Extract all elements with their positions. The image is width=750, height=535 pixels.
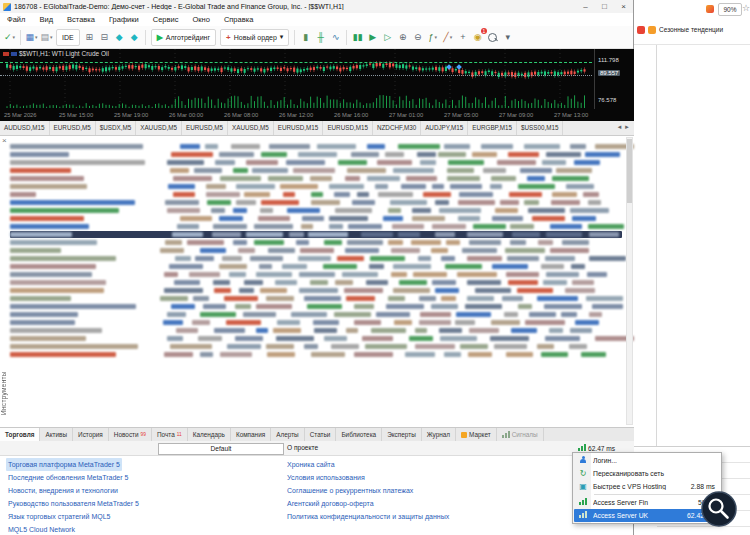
toolbox-tab[interactable]: Почта11 (152, 428, 188, 441)
chart-tab[interactable]: XAUUSD,M5 (228, 121, 274, 135)
seasonal-tendencies-label[interactable]: Сезонные тенденции (659, 26, 723, 33)
chart-shift-icon[interactable]: ▷ (381, 30, 394, 45)
toolbox-tab[interactable]: История (73, 428, 109, 441)
context-menu-item[interactable]: Логин... (574, 454, 720, 467)
extension-icon[interactable] (706, 5, 714, 13)
footer-link[interactable]: Последние обновления MetaTrader 5 (6, 471, 130, 484)
toolbox-tab[interactable]: Маркет (456, 428, 497, 441)
candlestick-chart[interactable] (0, 49, 595, 109)
chart-tab[interactable]: EURUSD,M5 (182, 121, 228, 135)
autoscroll-icon[interactable]: ▶ (366, 30, 379, 45)
new-chart-icon[interactable]: ▦▾ (25, 30, 38, 45)
footer-link[interactable]: Руководство пользователя MetaTrader 5 (6, 497, 141, 510)
algo-trading-button[interactable]: ▶Алготрейдинг (151, 29, 216, 46)
context-menu-item[interactable]: Access Server UK62.42 ms (574, 509, 720, 522)
new-order-button[interactable]: +Новый ордер▾ (220, 29, 289, 46)
more-tools-icon[interactable]: ▾ (501, 30, 514, 45)
context-menu-item[interactable]: ↻Пересканировать сеть (574, 467, 720, 480)
toolbox-panel-icon[interactable]: ◆ (128, 30, 141, 45)
chart-tab-scroll[interactable]: ◄ ► (614, 121, 632, 134)
context-menu-item[interactable]: Access Server Fin50.85 (574, 496, 720, 509)
footer-link[interactable]: MQL5 Cloud Network (6, 523, 77, 535)
minimize-button[interactable]: – (576, 1, 595, 13)
scroll-right-icon[interactable]: ► (624, 124, 630, 130)
footer-link[interactable]: Условия использования (285, 471, 367, 484)
candlestick-chart-icon[interactable]: ╫ (314, 30, 327, 45)
close-button[interactable]: × (614, 1, 633, 13)
alerts-icon[interactable]: ◉1 (471, 30, 484, 45)
scrollbar-thumb[interactable] (627, 139, 632, 203)
search-icon[interactable] (486, 30, 499, 45)
chart-tab[interactable]: EURUSD,M5 (50, 121, 96, 135)
ok-dropdown-icon[interactable]: ✓▾ (3, 30, 16, 45)
toolbox-tab[interactable]: Календарь (188, 428, 231, 441)
menu-item[interactable]: Сервис (146, 15, 186, 24)
time-axis[interactable]: 25 Mar 202625 Mar 15:0025 Mar 19:0026 Ma… (0, 110, 594, 121)
toolbox-tab[interactable]: Компания (231, 428, 271, 441)
signal-bars-icon (502, 431, 510, 438)
chart-tab[interactable]: $USS00,M15 (517, 121, 563, 135)
blurred-block (538, 240, 553, 245)
footer-link[interactable]: Агентский договор-оферта (285, 497, 376, 510)
line-chart-icon[interactable]: ∿ (329, 30, 342, 45)
menu-item[interactable]: Вставка (60, 15, 102, 24)
tile-windows-icon[interactable]: ⊞ (83, 30, 96, 45)
menu-item[interactable]: Графики (102, 15, 146, 24)
blurred-block (314, 328, 337, 333)
context-menu-item[interactable]: ▣Быстрее с VPS Hosting2.88 ms (574, 480, 720, 493)
toolbox-tab[interactable]: Сигналы (497, 428, 544, 441)
toolbox-tab[interactable]: Статьи (305, 428, 337, 441)
menu-item[interactable]: Окно (185, 15, 216, 24)
scroll-left-icon[interactable]: ◄ (616, 124, 622, 130)
zoom-out-icon[interactable]: ⊖ (411, 30, 424, 45)
chart-tab[interactable]: $USDX,M5 (96, 121, 137, 135)
panel-scrollbar[interactable] (626, 137, 633, 425)
panel-close-icon[interactable]: × (2, 137, 7, 145)
toolbox-tab[interactable]: Новости99 (109, 428, 152, 441)
star-icon[interactable]: ☆ (742, 3, 750, 13)
toolbox-tab[interactable]: Эксперты (382, 428, 422, 441)
cascade-windows-icon[interactable]: ⊟ (98, 30, 111, 45)
connection-status[interactable]: 62.47 ms (578, 444, 615, 452)
blurred-block (467, 296, 493, 301)
bar-chart-icon[interactable]: ▮ (299, 30, 312, 45)
zoom-in-icon[interactable]: ⊕ (396, 30, 409, 45)
toolbox-tab[interactable]: Библиотека (336, 428, 382, 441)
toolbox-tab[interactable]: Алерты (271, 428, 304, 441)
maximize-button[interactable]: □ (595, 1, 614, 13)
footer-link[interactable]: Хроника сайта (285, 458, 337, 471)
chart-tab[interactable]: EURGBP,M15 (468, 121, 517, 135)
toolbox-tab[interactable]: Журнал (422, 428, 456, 441)
toolbox-tab[interactable]: Активы (40, 428, 73, 441)
chart-tab[interactable]: EURUSD,M15 (323, 121, 373, 135)
blurred-block (167, 336, 183, 341)
blurred-block (544, 304, 581, 309)
objects-icon[interactable]: ╱▾ (441, 30, 454, 45)
toolbox-tab[interactable]: Торговля (0, 428, 40, 441)
zoom-level-badge[interactable]: 90% (718, 3, 742, 16)
footer-link[interactable]: Торговая платформа MetaTrader 5 (6, 458, 122, 471)
chart-tab[interactable]: AUDUSD,M15 (0, 121, 50, 135)
price-scale[interactable]: 111.798 89.557 76.578 (595, 49, 634, 109)
footer-link[interactable]: Политика конфиденциальности и защиты дан… (285, 510, 451, 523)
footer-link[interactable]: Новости, внедрения и технологии (6, 484, 120, 497)
tab-badge: 99 (141, 428, 146, 441)
default-combobox[interactable]: Default (158, 443, 284, 455)
chart-tab[interactable]: NZDCHF,M30 (373, 121, 421, 135)
menu-item[interactable]: Справка (217, 15, 260, 24)
chart-profiles-icon[interactable]: ▤▾ (40, 30, 53, 45)
footer-link[interactable]: Соглашение о рекуррентных платежах (285, 484, 415, 497)
chart-tab[interactable]: XAUUSD,M5 (136, 121, 182, 135)
ide-button[interactable]: IDE (56, 29, 80, 46)
indicators-icon[interactable]: ƒ▾ (426, 30, 439, 45)
menu-item[interactable]: Вид (32, 15, 60, 24)
chart-window[interactable]: $$WTI,H1: WTI Light Crude Oil 111.798 89… (0, 49, 634, 121)
chart-tab[interactable]: EURUSD,M15 (274, 121, 324, 135)
footer-link[interactable]: Язык торговых стратегий MQL5 (6, 510, 112, 523)
blurred-block (435, 288, 459, 293)
menu-item[interactable]: Файл (0, 15, 32, 24)
timeframes-icon[interactable]: ▮▮ (351, 30, 364, 45)
crosshair-icon[interactable]: + (456, 30, 469, 45)
chart-tab[interactable]: AUDJPY,M15 (421, 121, 468, 135)
market-depth-icon[interactable]: ◆ (113, 30, 126, 45)
